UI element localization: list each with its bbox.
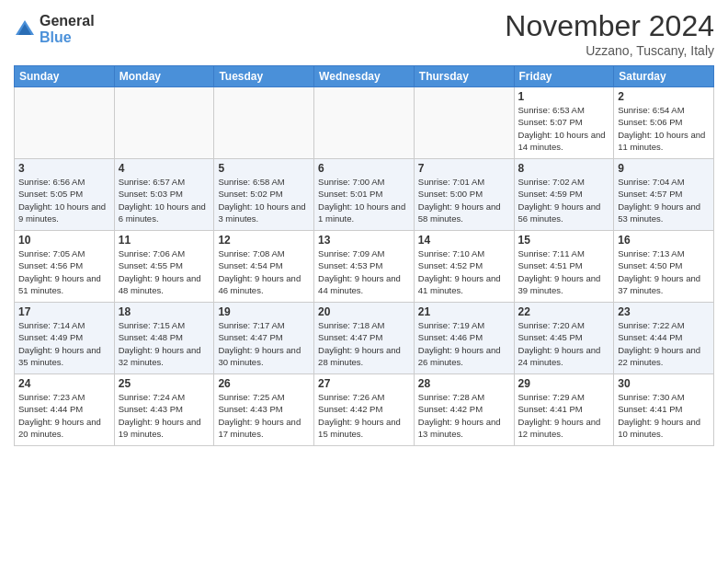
day-info: Sunrise: 7:04 AM Sunset: 4:57 PM Dayligh… (618, 176, 710, 224)
weekday-header: Friday (514, 66, 614, 87)
calendar-cell: 27Sunrise: 7:26 AM Sunset: 4:42 PM Dayli… (314, 374, 415, 446)
day-info: Sunrise: 7:14 AM Sunset: 4:49 PM Dayligh… (18, 319, 110, 368)
day-number: 18 (119, 305, 210, 318)
calendar-cell: 21Sunrise: 7:19 AM Sunset: 4:46 PM Dayli… (414, 303, 514, 374)
day-number: 13 (318, 234, 410, 247)
day-number: 14 (418, 234, 510, 247)
day-number: 17 (18, 305, 110, 318)
calendar-cell: 20Sunrise: 7:18 AM Sunset: 4:47 PM Dayli… (314, 303, 415, 374)
calendar-cell: 25Sunrise: 7:24 AM Sunset: 4:43 PM Dayli… (114, 374, 214, 446)
calendar-cell (214, 87, 314, 159)
day-info: Sunrise: 7:23 AM Sunset: 4:44 PM Dayligh… (18, 391, 110, 440)
calendar-cell: 10Sunrise: 7:05 AM Sunset: 4:56 PM Dayli… (15, 231, 115, 303)
day-info: Sunrise: 7:01 AM Sunset: 5:00 PM Dayligh… (418, 176, 510, 224)
day-info: Sunrise: 6:56 AM Sunset: 5:05 PM Dayligh… (18, 176, 110, 224)
day-number: 24 (18, 377, 110, 390)
calendar-week-row: 24Sunrise: 7:23 AM Sunset: 4:44 PM Dayli… (15, 374, 714, 446)
calendar: SundayMondayTuesdayWednesdayThursdayFrid… (14, 65, 714, 446)
day-info: Sunrise: 7:30 AM Sunset: 4:41 PM Dayligh… (618, 391, 710, 440)
day-number: 2 (618, 90, 710, 103)
day-number: 26 (218, 377, 310, 390)
calendar-cell: 15Sunrise: 7:11 AM Sunset: 4:51 PM Dayli… (514, 231, 614, 303)
weekday-header: Tuesday (214, 66, 314, 87)
calendar-cell: 12Sunrise: 7:08 AM Sunset: 4:54 PM Dayli… (214, 231, 314, 303)
day-number: 6 (318, 162, 410, 175)
calendar-cell: 3Sunrise: 6:56 AM Sunset: 5:05 PM Daylig… (15, 159, 115, 231)
weekday-header: Sunday (15, 66, 115, 87)
logo-blue: Blue (40, 29, 95, 46)
day-number: 4 (119, 162, 210, 175)
day-info: Sunrise: 7:15 AM Sunset: 4:48 PM Dayligh… (119, 319, 210, 368)
day-info: Sunrise: 6:58 AM Sunset: 5:02 PM Dayligh… (218, 176, 310, 224)
header: General Blue November 2024 Uzzano, Tusca… (14, 9, 714, 58)
title-section: November 2024 Uzzano, Tuscany, Italy (505, 9, 714, 58)
month-title: November 2024 (505, 9, 714, 43)
day-info: Sunrise: 6:57 AM Sunset: 5:03 PM Dayligh… (119, 176, 210, 224)
day-info: Sunrise: 7:17 AM Sunset: 4:47 PM Dayligh… (218, 319, 310, 368)
calendar-cell: 13Sunrise: 7:09 AM Sunset: 4:53 PM Dayli… (314, 231, 415, 303)
day-info: Sunrise: 7:28 AM Sunset: 4:42 PM Dayligh… (418, 391, 510, 440)
calendar-cell: 5Sunrise: 6:58 AM Sunset: 5:02 PM Daylig… (214, 159, 314, 231)
weekday-header: Wednesday (314, 66, 415, 87)
day-number: 12 (218, 234, 310, 247)
weekday-header-row: SundayMondayTuesdayWednesdayThursdayFrid… (15, 66, 714, 87)
day-number: 9 (618, 162, 710, 175)
calendar-cell (314, 87, 415, 159)
day-number: 11 (119, 234, 210, 247)
calendar-cell: 30Sunrise: 7:30 AM Sunset: 4:41 PM Dayli… (614, 374, 714, 446)
day-number: 16 (618, 234, 710, 247)
calendar-cell: 9Sunrise: 7:04 AM Sunset: 4:57 PM Daylig… (614, 159, 714, 231)
logo: General Blue (14, 13, 95, 45)
day-number: 30 (618, 377, 710, 390)
calendar-cell: 26Sunrise: 7:25 AM Sunset: 4:43 PM Dayli… (214, 374, 314, 446)
calendar-cell: 23Sunrise: 7:22 AM Sunset: 4:44 PM Dayli… (614, 303, 714, 374)
day-info: Sunrise: 7:00 AM Sunset: 5:01 PM Dayligh… (318, 176, 410, 224)
day-number: 5 (218, 162, 310, 175)
logo-icon (14, 18, 36, 40)
day-info: Sunrise: 7:08 AM Sunset: 4:54 PM Dayligh… (218, 247, 310, 296)
calendar-cell: 19Sunrise: 7:17 AM Sunset: 4:47 PM Dayli… (214, 303, 314, 374)
day-info: Sunrise: 7:06 AM Sunset: 4:55 PM Dayligh… (119, 247, 210, 296)
calendar-cell: 7Sunrise: 7:01 AM Sunset: 5:00 PM Daylig… (414, 159, 514, 231)
day-number: 10 (18, 234, 110, 247)
calendar-cell (414, 87, 514, 159)
page: General Blue November 2024 Uzzano, Tusca… (0, 0, 728, 563)
weekday-header: Saturday (614, 66, 714, 87)
day-info: Sunrise: 7:22 AM Sunset: 4:44 PM Dayligh… (618, 319, 710, 368)
day-number: 25 (119, 377, 210, 390)
calendar-cell: 6Sunrise: 7:00 AM Sunset: 5:01 PM Daylig… (314, 159, 415, 231)
calendar-cell: 16Sunrise: 7:13 AM Sunset: 4:50 PM Dayli… (614, 231, 714, 303)
calendar-cell (114, 87, 214, 159)
day-number: 1 (518, 90, 610, 103)
day-info: Sunrise: 7:11 AM Sunset: 4:51 PM Dayligh… (518, 247, 610, 296)
day-number: 8 (518, 162, 610, 175)
day-info: Sunrise: 7:02 AM Sunset: 4:59 PM Dayligh… (518, 176, 610, 224)
day-info: Sunrise: 7:19 AM Sunset: 4:46 PM Dayligh… (418, 319, 510, 368)
calendar-week-row: 10Sunrise: 7:05 AM Sunset: 4:56 PM Dayli… (15, 231, 714, 303)
calendar-cell: 24Sunrise: 7:23 AM Sunset: 4:44 PM Dayli… (15, 374, 115, 446)
calendar-cell: 22Sunrise: 7:20 AM Sunset: 4:45 PM Dayli… (514, 303, 614, 374)
day-info: Sunrise: 7:20 AM Sunset: 4:45 PM Dayligh… (518, 319, 610, 368)
day-number: 23 (618, 305, 710, 318)
weekday-header: Thursday (414, 66, 514, 87)
calendar-cell: 8Sunrise: 7:02 AM Sunset: 4:59 PM Daylig… (514, 159, 614, 231)
day-number: 21 (418, 305, 510, 318)
calendar-cell: 11Sunrise: 7:06 AM Sunset: 4:55 PM Dayli… (114, 231, 214, 303)
day-number: 3 (18, 162, 110, 175)
day-info: Sunrise: 7:29 AM Sunset: 4:41 PM Dayligh… (518, 391, 610, 440)
day-number: 22 (518, 305, 610, 318)
day-info: Sunrise: 7:24 AM Sunset: 4:43 PM Dayligh… (119, 391, 210, 440)
day-number: 19 (218, 305, 310, 318)
day-number: 20 (318, 305, 410, 318)
calendar-week-row: 3Sunrise: 6:56 AM Sunset: 5:05 PM Daylig… (15, 159, 714, 231)
day-info: Sunrise: 7:26 AM Sunset: 4:42 PM Dayligh… (318, 391, 410, 440)
day-info: Sunrise: 7:18 AM Sunset: 4:47 PM Dayligh… (318, 319, 410, 368)
day-info: Sunrise: 7:09 AM Sunset: 4:53 PM Dayligh… (318, 247, 410, 296)
calendar-cell: 18Sunrise: 7:15 AM Sunset: 4:48 PM Dayli… (114, 303, 214, 374)
calendar-cell: 4Sunrise: 6:57 AM Sunset: 5:03 PM Daylig… (114, 159, 214, 231)
calendar-cell: 28Sunrise: 7:28 AM Sunset: 4:42 PM Dayli… (414, 374, 514, 446)
location: Uzzano, Tuscany, Italy (505, 43, 714, 58)
day-info: Sunrise: 7:05 AM Sunset: 4:56 PM Dayligh… (18, 247, 110, 296)
calendar-cell: 2Sunrise: 6:54 AM Sunset: 5:06 PM Daylig… (614, 87, 714, 159)
calendar-cell: 17Sunrise: 7:14 AM Sunset: 4:49 PM Dayli… (15, 303, 115, 374)
